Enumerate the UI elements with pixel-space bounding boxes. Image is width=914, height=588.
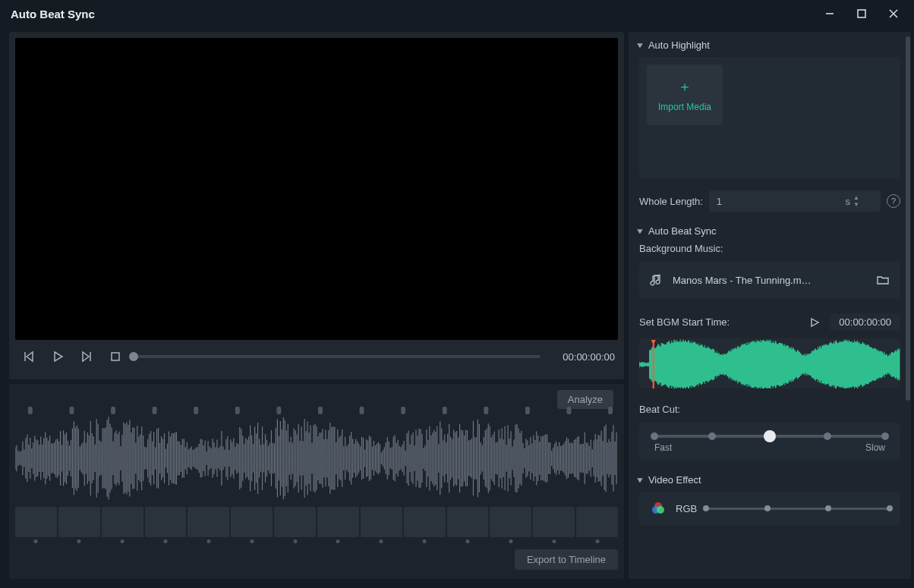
section-auto-beat-sync-header[interactable]: ▼ Auto Beat Sync: [636, 222, 903, 243]
preview-panel: 00:00:00:00: [9, 32, 624, 379]
import-media-button[interactable]: ＋ Import Media: [647, 64, 723, 125]
beat-blocks[interactable]: [15, 507, 618, 537]
svg-rect-21: [484, 407, 488, 414]
svg-rect-1: [858, 10, 865, 17]
svg-rect-18: [360, 407, 364, 414]
caret-down-icon: ▼: [635, 476, 645, 484]
video-effect-name: RGB: [676, 503, 697, 514]
svg-rect-20: [443, 407, 447, 414]
svg-marker-7: [83, 352, 89, 361]
whole-length-input[interactable]: 1 s ▲▼: [709, 190, 881, 212]
next-frame-button[interactable]: [76, 346, 97, 367]
beat-cut-label: Beat Cut:: [639, 404, 900, 415]
beat-cut-slider[interactable]: Fast Slow: [639, 423, 900, 461]
slider-slow-label: Slow: [865, 442, 885, 453]
slider-fast-label: Fast: [654, 442, 672, 453]
folder-icon[interactable]: [876, 273, 890, 287]
section-title: Auto Beat Sync: [648, 225, 717, 237]
svg-marker-27: [651, 340, 656, 344]
analysis-panel: Analyze Export to Timeline: [9, 384, 624, 579]
sidebar-scrollbar[interactable]: [905, 36, 911, 574]
caret-down-icon: ▼: [635, 41, 645, 49]
section-title: Auto Highlight: [648, 39, 710, 51]
window-controls: [814, 2, 909, 26]
video-effect-slider[interactable]: [706, 508, 890, 510]
seek-thumb[interactable]: [129, 352, 138, 361]
close-button[interactable]: [878, 2, 909, 26]
spinner-icon[interactable]: ▲▼: [853, 193, 862, 209]
bgm-file-row: Manos Mars - The Tunning.m…: [639, 262, 900, 298]
start-time-label: Set BGM Start Time:: [639, 316, 730, 328]
music-note-icon: [650, 273, 663, 287]
help-icon[interactable]: ?: [887, 194, 900, 208]
whole-length-label: Whole Length:: [639, 196, 703, 207]
seek-bar[interactable]: [134, 351, 541, 363]
bgm-label: Background Music:: [639, 243, 900, 254]
import-media-label: Import Media: [658, 102, 711, 112]
export-timeline-button[interactable]: Export to Timeline: [515, 549, 618, 570]
section-title: Video Effect: [648, 474, 701, 486]
stop-button[interactable]: [105, 346, 126, 367]
minimize-button[interactable]: [814, 2, 846, 26]
side-panel: ▼ Auto Highlight ＋ Import Media Whole Le…: [629, 32, 911, 579]
svg-marker-6: [55, 352, 62, 361]
media-dropzone[interactable]: ＋ Import Media: [639, 57, 900, 178]
svg-rect-14: [194, 407, 198, 414]
title-bar: Auto Beat Sync: [0, 0, 914, 27]
svg-rect-17: [318, 407, 323, 414]
play-button[interactable]: [47, 346, 68, 367]
bgm-start-time[interactable]: 00:00:00:00: [830, 313, 900, 331]
caret-down-icon: ▼: [635, 227, 645, 235]
bgm-waveform[interactable]: [639, 338, 900, 388]
section-auto-highlight-header[interactable]: ▼ Auto Highlight: [636, 36, 903, 57]
svg-rect-10: [28, 407, 33, 414]
window-title: Auto Beat Sync: [11, 8, 95, 20]
svg-rect-11: [69, 407, 74, 414]
maximize-button[interactable]: [846, 2, 878, 26]
svg-marker-25: [812, 319, 818, 326]
prev-frame-button[interactable]: [18, 346, 39, 367]
svg-rect-12: [111, 407, 115, 414]
svg-rect-13: [153, 407, 157, 414]
svg-point-30: [657, 506, 664, 514]
svg-rect-22: [525, 407, 530, 414]
plus-icon: ＋: [678, 77, 692, 96]
svg-rect-24: [608, 407, 613, 414]
svg-rect-19: [401, 407, 405, 414]
video-effect-row[interactable]: RGB: [639, 492, 900, 525]
svg-rect-23: [567, 407, 572, 414]
svg-marker-5: [27, 352, 33, 361]
svg-rect-16: [276, 407, 281, 414]
bgm-play-button[interactable]: [807, 315, 822, 330]
video-preview[interactable]: [15, 38, 618, 340]
playhead-time: 00:00:00:00: [548, 351, 615, 363]
rgb-icon: [650, 500, 667, 517]
svg-rect-15: [235, 407, 240, 414]
svg-rect-9: [112, 353, 119, 360]
section-video-effect-header[interactable]: ▼ Video Effect: [636, 471, 903, 492]
bgm-filename: Manos Mars - The Tunning.m…: [673, 275, 867, 286]
transport-bar: 00:00:00:00: [15, 340, 618, 373]
timeline-waveform[interactable]: [15, 413, 618, 504]
